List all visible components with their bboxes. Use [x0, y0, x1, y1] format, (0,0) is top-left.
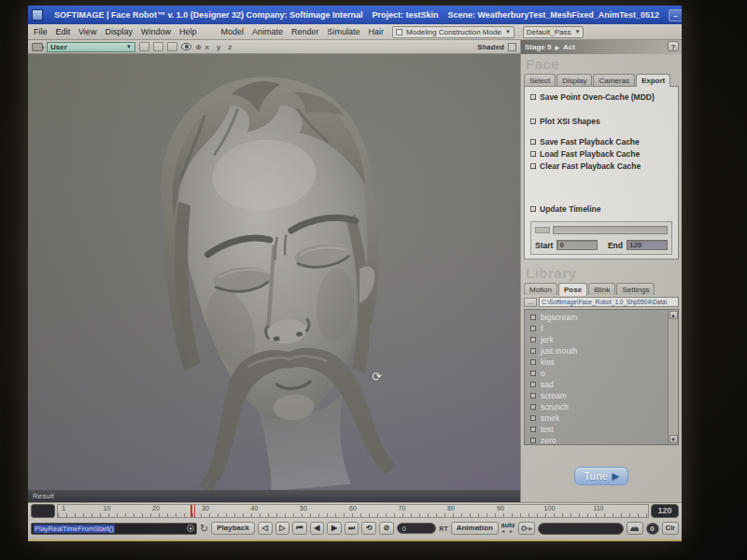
pose-item[interactable]: scream: [525, 390, 668, 401]
clear-keys-button[interactable]: Clr: [662, 522, 679, 535]
step-back-button[interactable]: ◁: [258, 522, 273, 535]
tab-pose[interactable]: Pose: [558, 283, 587, 296]
mute-button[interactable]: ⊘: [379, 522, 394, 535]
play-backward-button[interactable]: ◀: [310, 522, 325, 535]
checkbox-icon[interactable]: [530, 139, 536, 145]
menu-edit[interactable]: Edit: [56, 27, 71, 36]
checkbox-icon[interactable]: [530, 371, 536, 376]
scroll-down-icon[interactable]: ▼: [669, 435, 678, 443]
tab-display[interactable]: Display: [557, 74, 592, 86]
scrollbar[interactable]: ▲ ▼: [668, 310, 678, 444]
export-option-save-cache[interactable]: Save Fast Playback Cache: [530, 137, 672, 147]
pass-dropdown[interactable]: Default_Pass ▼: [523, 26, 585, 38]
script-run-icon[interactable]: ●: [187, 525, 194, 532]
pose-item[interactable]: sad: [525, 379, 668, 390]
script-field[interactable]: PlayRealTimeFromStart() ●: [31, 523, 197, 535]
export-option-save-mdd[interactable]: Save Point Oven-Cache (MDD): [530, 92, 672, 102]
menu-display[interactable]: Display: [105, 27, 133, 36]
checkbox-icon[interactable]: [530, 163, 536, 169]
checkbox-icon[interactable]: [530, 427, 536, 432]
menu-model[interactable]: Model: [220, 27, 244, 36]
menu-view[interactable]: View: [78, 27, 96, 36]
pose-item[interactable]: smirk: [525, 413, 668, 424]
resize-viewport-icon[interactable]: [508, 43, 516, 51]
menu-hair[interactable]: Hair: [369, 27, 385, 36]
start-field[interactable]: 0: [557, 240, 598, 250]
export-option-update-timeline[interactable]: Update Timeline: [530, 204, 672, 214]
tune-button[interactable]: Tune ▶: [574, 467, 628, 485]
export-option-load-cache[interactable]: Load Fast Playback Cache: [530, 149, 672, 159]
memo-cam-button[interactable]: [139, 42, 149, 51]
checkbox-icon[interactable]: [530, 119, 536, 124]
tab-settings[interactable]: Settings: [616, 283, 655, 295]
checkbox-icon[interactable]: [530, 438, 536, 443]
checkbox-icon[interactable]: [530, 151, 536, 157]
pose-item[interactable]: just mouth: [525, 345, 668, 357]
export-option-plot-shapes[interactable]: Plot XSI Shapes: [530, 117, 672, 126]
pose-item[interactable]: o: [525, 368, 668, 379]
export-option-clear-cache[interactable]: Clear Fast Playback Cache: [530, 161, 672, 171]
checkbox-icon[interactable]: [530, 415, 536, 421]
tab-blink[interactable]: Blink: [588, 283, 615, 295]
menu-window[interactable]: Window: [141, 27, 171, 36]
tab-select[interactable]: Select: [524, 74, 556, 86]
checkbox-icon[interactable]: [530, 337, 536, 343]
refresh-icon[interactable]: ↻: [200, 523, 208, 535]
pose-item[interactable]: bigscream: [525, 312, 668, 323]
pose-item[interactable]: test: [525, 424, 668, 435]
playback-menu-button[interactable]: Playback: [211, 522, 255, 535]
animation-menu-button[interactable]: Animation: [451, 522, 499, 535]
viewport-3d[interactable]: ⟳: [28, 54, 520, 490]
autokey-toggle[interactable]: auto ◂ ▸: [501, 523, 515, 534]
zero-key-button[interactable]: 0: [646, 523, 659, 535]
play-forward-button[interactable]: ▶: [327, 522, 342, 535]
construction-mode-dropdown[interactable]: Modeling Construction Mode ▼: [392, 26, 514, 38]
checkbox-icon[interactable]: [530, 359, 536, 365]
step-forward-button[interactable]: ▷: [275, 522, 290, 535]
tab-cameras[interactable]: Cameras: [593, 74, 634, 86]
menu-simulate[interactable]: Simulate: [328, 27, 360, 36]
menu-render[interactable]: Render: [291, 27, 319, 36]
pose-item[interactable]: kiss: [525, 357, 668, 368]
minimize-button[interactable]: –: [669, 9, 682, 21]
loop-button[interactable]: ⟲: [361, 522, 376, 535]
playhead-marker[interactable]: [190, 505, 195, 517]
library-path-field[interactable]: C:\Softimage\Face_Robot_1.0_Shp0504\Data…: [539, 297, 679, 307]
menu-help[interactable]: Help: [179, 27, 197, 36]
checkbox-icon[interactable]: [530, 348, 536, 354]
checkbox-icon[interactable]: [530, 404, 536, 410]
scroll-up-icon[interactable]: ▲: [669, 311, 678, 319]
menu-file[interactable]: File: [34, 27, 48, 36]
timeline-ruler[interactable]: 1 10 20 30 40 50 60 70 80 90 100 110: [57, 504, 649, 518]
eye-icon[interactable]: [181, 43, 191, 50]
display-mode-dropdown[interactable]: Shaded: [477, 43, 504, 51]
plus-icon[interactable]: ⊕: [195, 43, 202, 51]
pose-item[interactable]: jerk: [525, 334, 668, 345]
pose-item[interactable]: scrunch: [525, 401, 668, 413]
pose-item[interactable]: f: [525, 323, 668, 334]
checkbox-icon[interactable]: [530, 206, 536, 212]
end-field[interactable]: 120: [627, 240, 668, 250]
checkbox-icon[interactable]: [530, 393, 536, 399]
view-type-dropdown[interactable]: User ▼: [47, 42, 135, 52]
help-button[interactable]: ?: [668, 41, 679, 51]
set-key-button[interactable]: [518, 522, 535, 535]
checkbox-icon[interactable]: [530, 326, 536, 331]
checkbox-icon[interactable]: [530, 315, 536, 320]
range-slider[interactable]: [553, 226, 668, 234]
checkbox-icon[interactable]: [530, 382, 536, 387]
stage-bar[interactable]: Stage 5 ▶ Act ?: [521, 40, 682, 54]
pose-item[interactable]: zero: [525, 435, 668, 444]
memo-cam-button[interactable]: [153, 42, 163, 51]
memo-cam-button[interactable]: [167, 42, 177, 51]
camera-icon[interactable]: [32, 43, 43, 51]
menu-animate[interactable]: Animate: [252, 27, 283, 36]
tab-motion[interactable]: Motion: [524, 283, 557, 295]
current-frame-field[interactable]: 0: [397, 523, 437, 534]
go-to-end-button[interactable]: ⏭: [345, 522, 359, 535]
keyable-params-field[interactable]: [538, 523, 624, 535]
tab-export[interactable]: Export: [636, 74, 670, 87]
go-to-start-button[interactable]: ⏮: [292, 522, 307, 535]
checkbox-icon[interactable]: [530, 94, 536, 100]
branch-key-button[interactable]: [627, 522, 643, 535]
